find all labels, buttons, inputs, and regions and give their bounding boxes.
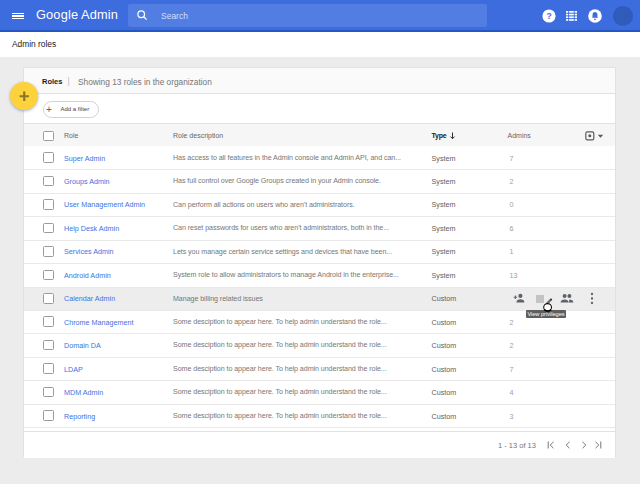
- svg-text:?: ?: [546, 11, 551, 21]
